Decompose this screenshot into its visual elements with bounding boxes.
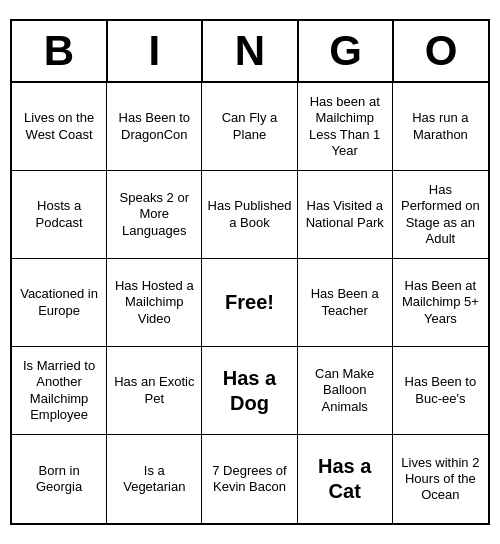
bingo-card: BINGO Lives on the West CoastHas Been to…: [10, 19, 490, 525]
bingo-cell-20[interactable]: Born in Georgia: [12, 435, 107, 523]
bingo-letter-g: G: [299, 21, 395, 83]
bingo-letter-n: N: [203, 21, 299, 83]
bingo-cell-24[interactable]: Lives within 2 Hours of the Ocean: [393, 435, 488, 523]
bingo-cell-14[interactable]: Has Been at Mailchimp 5+ Years: [393, 259, 488, 347]
bingo-cell-3[interactable]: Has been at Mailchimp Less Than 1 Year: [298, 83, 393, 171]
bingo-letter-o: O: [394, 21, 488, 83]
bingo-cell-12[interactable]: Free!: [202, 259, 297, 347]
bingo-cell-9[interactable]: Has Performed on Stage as an Adult: [393, 171, 488, 259]
bingo-header: BINGO: [12, 21, 488, 83]
bingo-cell-2[interactable]: Can Fly a Plane: [202, 83, 297, 171]
bingo-cell-15[interactable]: Is Married to Another Mailchimp Employee: [12, 347, 107, 435]
bingo-cell-16[interactable]: Has an Exotic Pet: [107, 347, 202, 435]
bingo-letter-i: I: [108, 21, 204, 83]
bingo-cell-1[interactable]: Has Been to DragonCon: [107, 83, 202, 171]
bingo-cell-5[interactable]: Hosts a Podcast: [12, 171, 107, 259]
bingo-cell-17[interactable]: Has a Dog: [202, 347, 297, 435]
bingo-cell-13[interactable]: Has Been a Teacher: [298, 259, 393, 347]
bingo-cell-6[interactable]: Speaks 2 or More Languages: [107, 171, 202, 259]
bingo-cell-8[interactable]: Has Visited a National Park: [298, 171, 393, 259]
bingo-cell-18[interactable]: Can Make Balloon Animals: [298, 347, 393, 435]
bingo-cell-11[interactable]: Has Hosted a Mailchimp Video: [107, 259, 202, 347]
bingo-cell-7[interactable]: Has Published a Book: [202, 171, 297, 259]
bingo-cell-19[interactable]: Has Been to Buc-ee's: [393, 347, 488, 435]
bingo-cell-23[interactable]: Has a Cat: [298, 435, 393, 523]
bingo-grid: Lives on the West CoastHas Been to Drago…: [12, 83, 488, 523]
bingo-cell-10[interactable]: Vacationed in Europe: [12, 259, 107, 347]
bingo-cell-0[interactable]: Lives on the West Coast: [12, 83, 107, 171]
bingo-cell-21[interactable]: Is a Vegetarian: [107, 435, 202, 523]
bingo-cell-22[interactable]: 7 Degrees of Kevin Bacon: [202, 435, 297, 523]
bingo-cell-4[interactable]: Has run a Marathon: [393, 83, 488, 171]
bingo-letter-b: B: [12, 21, 108, 83]
